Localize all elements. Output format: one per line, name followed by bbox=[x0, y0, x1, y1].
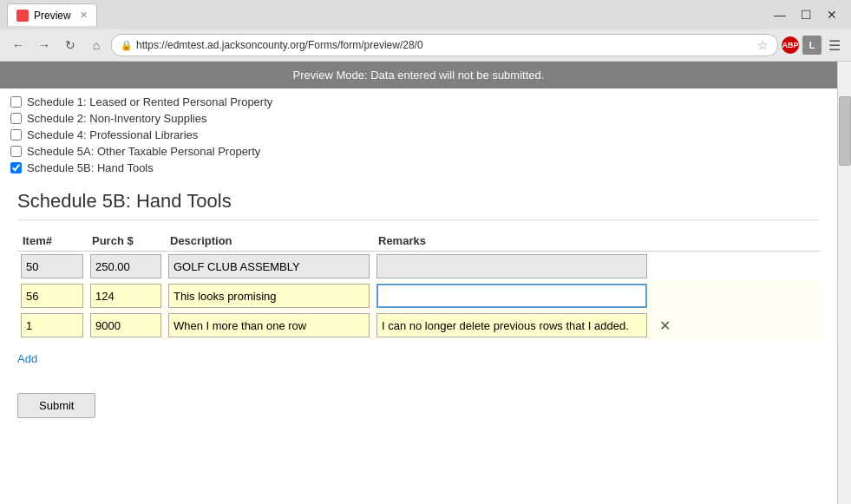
schedules-list: Schedule 1: Leased or Rented Personal Pr… bbox=[0, 88, 837, 181]
submit-button[interactable]: Submit bbox=[17, 393, 95, 418]
item-input-1[interactable] bbox=[21, 254, 83, 278]
cell-purch-1 bbox=[87, 252, 165, 282]
remarks-input-2[interactable] bbox=[376, 284, 647, 308]
refresh-button[interactable]: ↻ bbox=[59, 34, 82, 56]
scrollbar[interactable] bbox=[837, 62, 851, 504]
preview-banner: Preview Mode: Data entered will not be s… bbox=[0, 62, 837, 88]
table-row bbox=[17, 252, 820, 282]
header-item: Item# bbox=[17, 231, 87, 252]
table-row: ✕ bbox=[17, 311, 820, 340]
schedule-5a-checkbox[interactable] bbox=[10, 146, 22, 157]
tab-favicon bbox=[16, 10, 29, 22]
schedule-2-label: Schedule 2: Non-Inventory Supplies bbox=[27, 112, 206, 125]
cell-desc-2 bbox=[165, 281, 373, 311]
close-button[interactable]: ✕ bbox=[820, 5, 844, 24]
item-input-2[interactable] bbox=[21, 284, 83, 308]
extension-button[interactable]: L bbox=[802, 36, 822, 55]
remarks-input-1[interactable] bbox=[376, 254, 647, 278]
cell-item-1 bbox=[17, 252, 87, 282]
cell-purch-3 bbox=[87, 311, 165, 340]
schedule-item-4: Schedule 4: Professional Libraries bbox=[10, 127, 827, 143]
cell-actions-1 bbox=[651, 252, 820, 282]
back-button[interactable]: ← bbox=[7, 34, 29, 56]
cell-purch-2 bbox=[87, 281, 165, 311]
browser-tab[interactable]: Preview ✕ bbox=[7, 3, 97, 26]
schedule-item-5a: Schedule 5A: Other Taxable Personal Prop… bbox=[10, 143, 827, 160]
purch-input-2[interactable] bbox=[90, 284, 161, 308]
url-text: https://edmtest.ad.jacksoncounty.org/For… bbox=[136, 39, 754, 51]
purch-input-3[interactable] bbox=[90, 313, 161, 337]
schedule-5b-checkbox[interactable] bbox=[10, 162, 22, 173]
tab-close-button[interactable]: ✕ bbox=[80, 10, 88, 21]
schedule-1-checkbox[interactable] bbox=[10, 96, 22, 108]
forward-button[interactable]: → bbox=[33, 34, 56, 56]
header-purch: Purch $ bbox=[87, 231, 165, 252]
remarks-input-3[interactable] bbox=[376, 313, 647, 337]
schedule-4-checkbox[interactable] bbox=[10, 129, 22, 141]
cell-desc-1 bbox=[165, 252, 373, 282]
add-row-link[interactable]: Add bbox=[17, 347, 37, 370]
purch-input-1[interactable] bbox=[90, 254, 161, 278]
cell-desc-3 bbox=[165, 311, 373, 340]
scrollbar-thumb[interactable] bbox=[839, 96, 851, 166]
bookmark-icon: ☆ bbox=[757, 38, 769, 52]
menu-button[interactable]: ☰ bbox=[825, 36, 844, 56]
schedule-item-1: Schedule 1: Leased or Rented Personal Pr… bbox=[10, 94, 827, 110]
cell-remarks-1 bbox=[373, 252, 651, 282]
add-row-container: Add bbox=[17, 347, 820, 370]
cell-remarks-2 bbox=[373, 281, 651, 311]
window-controls: — ☐ ✕ bbox=[768, 5, 844, 24]
schedule-2-checkbox[interactable] bbox=[10, 113, 22, 124]
delete-row-button[interactable]: ✕ bbox=[654, 316, 676, 336]
table-row bbox=[17, 281, 820, 311]
schedule-5a-label: Schedule 5A: Other Taxable Personal Prop… bbox=[27, 145, 260, 158]
item-input-3[interactable] bbox=[21, 313, 83, 337]
desc-input-3[interactable] bbox=[168, 313, 370, 337]
schedule-5b-label: Schedule 5B: Hand Tools bbox=[27, 161, 154, 174]
schedule-4-label: Schedule 4: Professional Libraries bbox=[27, 128, 198, 141]
submit-container: Submit bbox=[17, 384, 820, 418]
page-content: Preview Mode: Data entered will not be s… bbox=[0, 62, 837, 504]
home-button[interactable]: ⌂ bbox=[85, 34, 108, 56]
cell-remarks-3 bbox=[373, 311, 651, 340]
header-remarks: Remarks bbox=[373, 231, 651, 252]
cell-actions-2 bbox=[651, 281, 820, 311]
maximize-button[interactable]: ☐ bbox=[794, 5, 818, 24]
tab-title: Preview bbox=[34, 10, 71, 22]
form-section: Schedule 5B: Hand Tools Item# Purch $ De… bbox=[0, 181, 837, 427]
abp-badge[interactable]: ABP bbox=[782, 36, 799, 54]
address-bar-row: ← → ↻ ⌂ 🔒 https://edmtest.ad.jacksoncoun… bbox=[0, 29, 851, 61]
section-title: Schedule 5B: Hand Tools bbox=[17, 190, 820, 220]
desc-input-1[interactable] bbox=[168, 254, 370, 278]
desc-input-2[interactable] bbox=[168, 284, 370, 308]
schedule-item-2: Schedule 2: Non-Inventory Supplies bbox=[10, 110, 827, 127]
lock-icon: 🔒 bbox=[121, 40, 133, 51]
cell-item-3 bbox=[17, 311, 87, 340]
schedule-item-5b: Schedule 5B: Hand Tools bbox=[10, 160, 827, 176]
cell-actions-3: ✕ bbox=[651, 311, 820, 340]
minimize-button[interactable]: — bbox=[768, 5, 792, 24]
header-actions bbox=[651, 231, 820, 252]
address-bar[interactable]: 🔒 https://edmtest.ad.jacksoncounty.org/F… bbox=[111, 34, 778, 56]
cell-item-2 bbox=[17, 281, 87, 311]
data-table: Item# Purch $ Description Remarks bbox=[17, 231, 820, 340]
schedule-1-label: Schedule 1: Leased or Rented Personal Pr… bbox=[27, 95, 272, 108]
header-description: Description bbox=[165, 231, 373, 252]
